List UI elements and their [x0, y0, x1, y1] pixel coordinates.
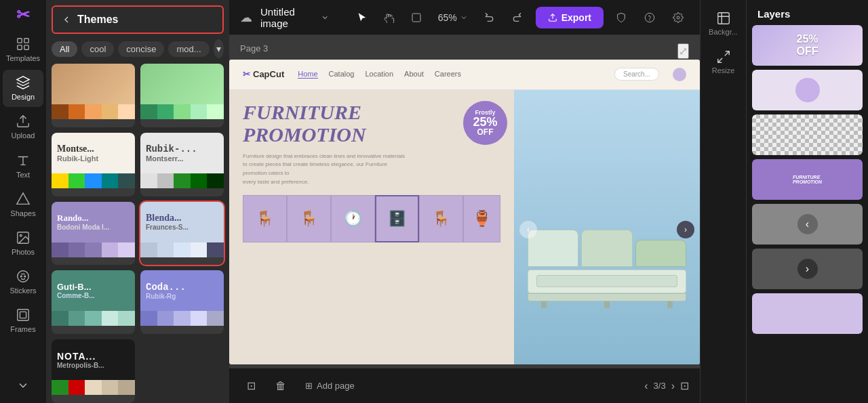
layers-list: 25%OFF FURNITUREPROMOTION ‹	[747, 25, 868, 403]
furniture-description: Furniture design that embraces clean lin…	[243, 152, 406, 187]
sidebar-item-stickers[interactable]: Stickers	[3, 263, 43, 301]
settings-button[interactable]	[667, 7, 689, 28]
background-label: Backgr...	[709, 28, 738, 36]
templates-label: Templates	[6, 54, 40, 63]
next-arrow[interactable]: ›	[677, 221, 694, 238]
filter-bar: All cool concise mod... ▾	[46, 39, 229, 64]
filter-concise[interactable]: concise	[118, 41, 164, 57]
layer-item-4[interactable]: FURNITUREPROMOTION	[752, 159, 863, 200]
themes-panel: Themes All cool concise mod... ▾	[46, 0, 229, 403]
filter-mod[interactable]: mod...	[168, 41, 209, 57]
next-page-btn[interactable]: ›	[671, 380, 675, 392]
shapes-icon	[16, 192, 31, 207]
sidebar-item-text[interactable]: Text	[3, 148, 43, 185]
theme-card-1[interactable]	[52, 64, 135, 127]
theme-card-9[interactable]: NOTA... Metropolis-B...	[52, 339, 135, 403]
layer-item-7[interactable]	[752, 293, 863, 334]
sidebar-item-shapes[interactable]: Shapes	[3, 186, 43, 224]
filter-all[interactable]: All	[52, 41, 77, 57]
shield-button[interactable]	[610, 7, 632, 28]
layer-item-6[interactable]: ›	[752, 249, 863, 289]
delete-btn[interactable]: 🗑	[270, 375, 292, 397]
sidebar-more[interactable]	[12, 373, 34, 398]
help-icon	[644, 12, 655, 23]
layer-item-2[interactable]	[752, 70, 863, 110]
page-label: Page 3	[240, 43, 268, 54]
upload-icon	[16, 114, 31, 129]
frame-bottom-btn[interactable]: ⊡	[240, 375, 262, 397]
sofa-section: ‹ ›	[514, 90, 700, 364]
layers-panel: Layers 25%OFF FURNITUREPROMOTION	[746, 0, 868, 403]
svg-rect-12	[20, 312, 26, 318]
sidebar-item-design[interactable]: Design	[3, 70, 43, 107]
svg-point-16	[650, 20, 650, 20]
layers-header: Layers	[747, 0, 868, 25]
layer-item-3[interactable]	[752, 114, 863, 155]
add-page-btn[interactable]: ⊞ Add page	[300, 378, 360, 394]
sidebar-item-photos[interactable]: Photos	[3, 225, 43, 262]
sidebar-item-templates[interactable]: Templates	[3, 31, 43, 68]
theme-card-4[interactable]: Rubik-... Montserr...	[140, 133, 224, 196]
prev-arrow[interactable]: ‹	[519, 221, 537, 238]
cursor-icon	[357, 12, 368, 23]
doc-title-text: Untitled image	[260, 6, 318, 29]
theme-card-8[interactable]: Coda... Rubik-Rg	[140, 270, 224, 334]
back-icon	[61, 14, 72, 25]
theme-card-5[interactable]: Rando... Bodoni Moda I...	[52, 202, 135, 266]
zoom-control[interactable]: 65%	[433, 9, 473, 26]
resize-tool[interactable]: Resize	[703, 44, 743, 80]
photos-icon	[16, 230, 31, 245]
cursor-tool[interactable]	[351, 7, 373, 28]
stickers-label: Stickers	[9, 287, 36, 295]
zoom-value: 65%	[438, 12, 457, 23]
zoom-chevron-icon	[460, 14, 468, 22]
canvas-frame: ✂ CapCut Home Catalog Location About Car…	[229, 60, 700, 364]
theme-card-7[interactable]: Guti-B... Comme-B...	[52, 270, 135, 334]
furniture-nav: ✂ CapCut Home Catalog Location About Car…	[229, 60, 700, 90]
left-sidebar: ✂ Templates Design Upload Text	[0, 0, 46, 403]
prev-page-btn[interactable]: ‹	[644, 380, 648, 392]
svg-rect-13	[412, 14, 420, 22]
theme-card-3[interactable]: Montse... Rubik-Light	[52, 133, 135, 196]
filter-cool[interactable]: cool	[81, 41, 114, 57]
theme-card-6[interactable]: Blenda... Fraunces-S...	[140, 202, 224, 266]
export-button[interactable]: Export	[536, 7, 604, 28]
sidebar-item-frames[interactable]: Frames	[3, 302, 43, 339]
doc-title[interactable]: Untitled image	[260, 6, 330, 29]
text-icon	[16, 153, 31, 168]
top-bar-tools: 65%	[351, 7, 528, 28]
svg-point-7	[20, 234, 22, 236]
furniture-title: FURNITUREPROMOTION	[243, 101, 500, 146]
add-page-icon: ⊞	[305, 381, 313, 391]
redo-button[interactable]	[506, 7, 528, 28]
undo-button[interactable]	[479, 7, 500, 28]
page-nav: ‹ 3/3 › ⊡	[644, 379, 689, 392]
svg-rect-0	[18, 39, 22, 43]
main-area: ☁ Untitled image	[229, 0, 700, 403]
hand-icon	[384, 12, 395, 23]
theme-card-2[interactable]	[140, 64, 224, 127]
more-icon	[16, 379, 30, 392]
photos-label: Photos	[12, 248, 35, 257]
background-icon	[716, 11, 731, 26]
upload-label: Upload	[12, 131, 35, 140]
frame-tool[interactable]	[406, 7, 427, 28]
layer-item-5[interactable]: ‹	[752, 204, 863, 245]
settings-icon	[673, 12, 684, 23]
expand-pages-btn[interactable]: ⊡	[680, 379, 689, 392]
products-row: 🪑 🪑 🕐 🗄️ 🪑 🏺	[243, 195, 500, 242]
background-tool[interactable]: Backgr...	[703, 5, 743, 41]
filter-more-btn[interactable]: ▾	[214, 39, 224, 58]
top-bar: ☁ Untitled image	[229, 0, 700, 35]
right-tools-panel: Backgr... Resize	[700, 0, 746, 403]
help-button[interactable]	[639, 7, 660, 28]
furniture-bg: ✂ CapCut Home Catalog Location About Car…	[229, 60, 700, 364]
themes-header[interactable]: Themes	[52, 5, 224, 34]
nav-search: Search...	[614, 68, 659, 81]
nav-links: Home Catalog Location About Careers	[298, 70, 461, 79]
hand-tool[interactable]	[378, 7, 400, 28]
layer-item-1[interactable]: 25%OFF	[752, 25, 863, 66]
discount-badge: Frostly 25% OFF	[463, 101, 507, 145]
sidebar-item-upload[interactable]: Upload	[3, 108, 43, 146]
canvas-expand-btn[interactable]: ⤢	[677, 43, 689, 59]
